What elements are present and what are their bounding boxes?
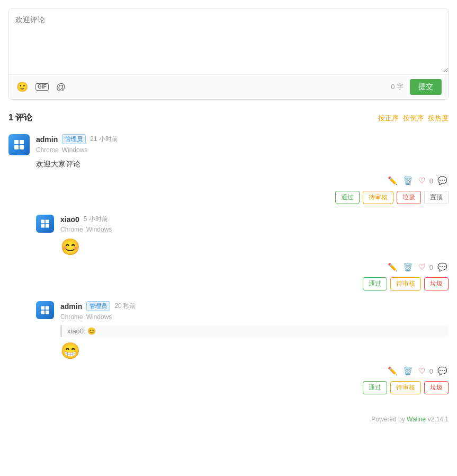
svg-rect-6 [41,224,45,228]
at-icon: @ [56,82,66,93]
svg-rect-4 [41,220,45,224]
like-icon: ♡ [417,175,426,187]
footer-text: Powered by [371,416,407,423]
comment-textarea[interactable] [9,9,448,73]
delete-button[interactable]: 🗑️ [402,175,414,187]
svg-rect-3 [20,145,24,149]
sort-asc-button[interactable]: 按正序 [378,113,399,123]
comment-meta: admin 管理员 20 秒前 [60,301,449,311]
like-count: 0 [429,263,433,271]
svg-rect-5 [46,220,49,224]
svg-rect-8 [41,306,45,310]
delete-button[interactable]: 🗑️ [402,261,414,273]
like-icon: ♡ [417,365,426,377]
nested-comments: xiao0 5 小时前 Chrome Windows 😊 ✏️ 🗑️ ♡ 0 💬… [36,215,449,394]
comment-body: admin 管理员 20 秒前 Chrome Windows xiao0: 😊 … [60,301,449,394]
comment-meta: admin 管理员 21 小时前 [36,134,449,144]
tag-chrome: Chrome [36,146,59,154]
admin-actions: 通过 待审核 垃圾 [60,277,449,290]
reply-button[interactable]: 💬 [436,365,449,377]
comment-time: 21 小时前 [90,135,118,144]
comment-meta: xiao0 5 小时前 [60,215,449,224]
tag-chrome: Chrome [60,226,83,233]
comments-count: 1 评论 [8,112,32,124]
svg-rect-2 [14,145,19,149]
comment-author: admin [36,135,58,144]
trash-button[interactable]: 垃圾 [424,277,449,290]
footer-version: v2.14.1 [426,416,449,423]
comment-body: xiao0 5 小时前 Chrome Windows 😊 ✏️ 🗑️ ♡ 0 💬… [60,215,449,290]
avatar [8,134,30,155]
char-count: 0 字 [391,82,404,92]
tag-chrome: Chrome [60,313,83,321]
comment-emoji: 😁 [60,341,449,360]
svg-rect-7 [46,224,49,228]
comment-item: admin 管理员 20 秒前 Chrome Windows xiao0: 😊 … [36,301,449,394]
approve-button[interactable]: 通过 [363,381,387,394]
comment-body: admin 管理员 21 小时前 Chrome Windows 欢迎大家评论 ✏… [36,134,449,204]
gif-button[interactable]: GIF [34,82,50,92]
sort-buttons: 按正序 按倒序 按热度 [378,113,449,123]
sort-desc-button[interactable]: 按倒序 [403,113,424,123]
admin-badge: 管理员 [62,134,86,144]
pin-button[interactable]: 置顶 [424,191,449,204]
quote-block: xiao0: 😊 [60,325,449,337]
toolbar-right: 0 字 提交 [391,79,442,95]
comment-item: admin 管理员 21 小时前 Chrome Windows 欢迎大家评论 ✏… [8,134,449,204]
edit-button[interactable]: ✏️ [387,261,399,273]
trash-button[interactable]: 垃圾 [397,191,421,204]
toolbar-icons: 🙂 GIF @ [15,80,67,94]
reply-button[interactable]: 💬 [436,175,449,187]
emoji-icon: 🙂 [16,81,28,93]
comment-tags: Chrome Windows [36,146,449,154]
like-count: 0 [429,367,433,375]
submit-button[interactable]: 提交 [410,79,442,95]
comment-toolbar: 🙂 GIF @ 0 字 提交 [9,74,448,99]
approve-button[interactable]: 通过 [335,191,360,204]
svg-rect-1 [20,140,24,144]
comment-emoji: 😊 [60,237,449,256]
at-button[interactable]: @ [55,81,67,94]
avatar-small [36,301,54,319]
sort-hot-button[interactable]: 按热度 [428,113,449,123]
comment-author: admin [60,302,82,311]
like-icon: ♡ [417,261,426,273]
svg-rect-10 [41,311,45,314]
reply-button[interactable]: 💬 [436,261,449,273]
comment-time: 5 小时前 [84,215,108,224]
edit-button[interactable]: ✏️ [387,365,399,377]
svg-rect-11 [46,311,49,314]
like-count: 0 [429,177,433,185]
trash-button[interactable]: 垃圾 [424,381,449,394]
delete-button[interactable]: 🗑️ [402,365,414,377]
tag-windows: Windows [86,313,112,321]
comment-tags: Chrome Windows [60,313,449,321]
tag-windows: Windows [86,226,112,233]
comment-author: xiao0 [60,215,79,224]
edit-button[interactable]: ✏️ [387,175,399,187]
comment-content: 欢迎大家评论 [36,158,449,170]
comment-time: 20 秒前 [114,302,136,311]
comment-tags: Chrome Windows [60,226,449,233]
comment-input-area: 🙂 GIF @ 0 字 提交 [8,8,449,100]
pending-button[interactable]: 待审核 [390,381,421,394]
avatar-small [36,215,54,233]
footer: Powered by Waline v2.14.1 [8,416,449,423]
admin-actions: 通过 待审核 垃圾 置顶 [36,191,449,204]
comment-item: xiao0 5 小时前 Chrome Windows 😊 ✏️ 🗑️ ♡ 0 💬… [36,215,449,290]
gif-icon: GIF [35,83,49,91]
svg-rect-0 [14,140,19,144]
admin-actions: 通过 待审核 垃圾 [60,381,449,394]
approve-button[interactable]: 通过 [363,277,387,290]
admin-badge: 管理员 [86,301,110,311]
pending-button[interactable]: 待审核 [363,191,393,204]
tag-windows: Windows [62,146,88,154]
svg-rect-9 [46,306,49,310]
pending-button[interactable]: 待审核 [390,277,421,290]
comments-header: 1 评论 按正序 按倒序 按热度 [8,112,449,124]
footer-brand-link[interactable]: Waline [407,416,426,423]
emoji-button[interactable]: 🙂 [15,80,29,94]
